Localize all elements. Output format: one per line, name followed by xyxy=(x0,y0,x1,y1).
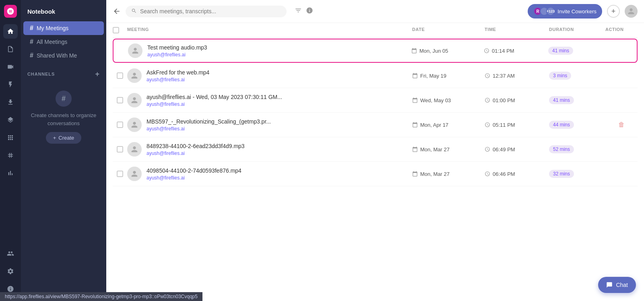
row-info: 4098504-44100-2-74d0593fe876.mp4 ayush@f… xyxy=(127,167,412,181)
meeting-title: AskFred for the web.mp4 xyxy=(147,69,209,76)
nav-upload-btn[interactable] xyxy=(3,95,18,109)
table-rows-container: Test meeting audio.mp3 ayush@fireflies.a… xyxy=(113,39,638,186)
meeting-email: ayush@fireflies.ai xyxy=(147,150,245,156)
row-action: 🗑 xyxy=(605,121,638,128)
row-info: AskFred for the web.mp4 ayush@fireflies.… xyxy=(127,68,412,83)
row-info: MBS597_-_Revolutionizing_Scaling_(getmp3… xyxy=(127,118,412,132)
row-select-checkbox[interactable] xyxy=(117,97,123,103)
select-all-checkbox[interactable] xyxy=(113,27,119,33)
chat-button[interactable]: Chat xyxy=(598,277,636,293)
row-checkbox xyxy=(113,146,127,153)
sidebar-item-label: My Meetings xyxy=(37,25,68,31)
sidebar-item-label: All Meetings xyxy=(37,39,67,45)
table-row[interactable]: Test meeting audio.mp3 ayush@fireflies.a… xyxy=(113,39,638,63)
nav-chart-btn[interactable] xyxy=(3,166,18,180)
meeting-avatar xyxy=(127,93,142,107)
table-row[interactable]: AskFred for the web.mp4 ayush@fireflies.… xyxy=(113,64,638,88)
meeting-title: MBS597_-_Revolutionizing_Scaling_(getmp3… xyxy=(147,118,271,125)
meeting-avatar xyxy=(127,167,142,181)
avatar-stack: R +123 xyxy=(533,7,555,16)
header-meeting: MEETING xyxy=(127,27,412,33)
calendar-icon xyxy=(412,73,418,78)
nav-layers-btn[interactable] xyxy=(3,113,18,127)
duration-badge: 44 mins xyxy=(549,121,574,129)
row-select-checkbox[interactable] xyxy=(117,171,123,177)
channels-empty-icon: # xyxy=(56,91,72,107)
table-row[interactable]: MBS597_-_Revolutionizing_Scaling_(getmp3… xyxy=(113,113,638,137)
row-date: Fri, May 19 xyxy=(412,73,485,79)
search-box xyxy=(126,6,287,17)
invite-coworkers-button[interactable]: R +123 Invite Coworkers xyxy=(528,4,602,19)
nav-settings-btn[interactable] xyxy=(3,264,18,278)
table-row[interactable]: ayush@fireflies.ai - Wed, 03 May 2023 07… xyxy=(113,88,638,113)
meeting-title: ayush@fireflies.ai - Wed, 03 May 2023 07… xyxy=(147,94,282,100)
table-row[interactable]: 8489238-44100-2-6ead23dd3f4d9.mp3 ayush@… xyxy=(113,137,638,162)
nav-hash-btn[interactable] xyxy=(3,148,18,163)
row-duration: 44 mins xyxy=(549,121,605,129)
channels-header: CHANNELS + xyxy=(21,66,106,81)
duration-badge: 32 mins xyxy=(549,170,574,178)
topbar-filter-icons xyxy=(295,7,313,16)
row-date: Wed, May 03 xyxy=(412,97,485,103)
avatar-count: +123 xyxy=(546,7,555,16)
nav-home-btn[interactable] xyxy=(3,24,18,39)
nav-video-btn[interactable] xyxy=(3,60,18,74)
sidebar-item-shared-with-me[interactable]: # Shared With Me xyxy=(23,49,104,62)
nav-people-btn[interactable] xyxy=(3,246,18,261)
row-time: 01:00 PM xyxy=(485,97,549,103)
meeting-avatar xyxy=(127,142,142,157)
user-avatar[interactable] xyxy=(625,5,638,18)
meeting-email: ayush@fireflies.ai xyxy=(147,101,282,107)
delete-button[interactable]: 🗑 xyxy=(618,121,625,128)
filter-icon[interactable] xyxy=(295,7,302,16)
header-date: DATE xyxy=(412,27,485,33)
meeting-email: ayush@fireflies.ai xyxy=(147,77,209,82)
duration-badge: 3 mins xyxy=(549,72,571,80)
nav-docs-btn[interactable] xyxy=(3,42,18,56)
sidebar-item-all-meetings[interactable]: # All Meetings xyxy=(23,35,104,49)
clock-icon xyxy=(485,73,490,78)
channels-label: CHANNELS xyxy=(27,72,55,76)
row-time: 12:37 AM xyxy=(485,73,549,79)
back-button[interactable] xyxy=(113,7,121,15)
row-select-checkbox[interactable] xyxy=(117,72,123,79)
channels-empty-state: # Create channels to organize conversati… xyxy=(21,81,106,153)
sidebar-title: Notebook xyxy=(21,5,106,21)
hash-icon: # xyxy=(30,38,33,45)
invite-label: Invite Coworkers xyxy=(557,8,597,14)
sidebar-item-label: Shared With Me xyxy=(37,52,77,59)
row-date: Mon, Jun 05 xyxy=(411,48,484,54)
header-duration: DURATION xyxy=(549,27,605,33)
duration-badge: 41 mins xyxy=(548,47,573,55)
clock-icon xyxy=(485,171,490,177)
row-time: 06:46 PM xyxy=(485,171,549,177)
create-plus-icon: + xyxy=(53,135,56,141)
add-button[interactable]: + xyxy=(607,5,620,18)
row-time: 01:14 PM xyxy=(484,48,548,54)
row-date: Mon, Mar 27 xyxy=(412,146,485,153)
channels-add-button[interactable]: + xyxy=(95,70,100,78)
create-channel-button[interactable]: + Create xyxy=(46,132,82,144)
row-duration: 41 mins xyxy=(549,96,605,104)
table-row[interactable]: 4098504-44100-2-74d0593fe876.mp4 ayush@f… xyxy=(113,162,638,186)
row-date: Mon, Apr 17 xyxy=(412,122,485,128)
row-select-checkbox[interactable] xyxy=(117,122,123,128)
search-input[interactable] xyxy=(140,8,281,14)
calendar-icon xyxy=(412,171,418,177)
app-logo[interactable] xyxy=(4,5,17,18)
meeting-email: ayush@fireflies.ai xyxy=(147,52,207,58)
info-icon[interactable] xyxy=(306,7,313,16)
meeting-title: 4098504-44100-2-74d0593fe876.mp4 xyxy=(147,167,242,174)
row-duration: 32 mins xyxy=(549,170,605,178)
chat-label: Chat xyxy=(616,282,628,288)
duration-badge: 52 mins xyxy=(549,145,574,153)
nav-lightning-btn[interactable] xyxy=(3,77,18,92)
row-duration: 41 mins xyxy=(548,47,605,55)
sidebar: Notebook # My Meetings # All Meetings # … xyxy=(21,0,106,301)
calendar-icon xyxy=(412,97,418,103)
nav-apps-btn[interactable] xyxy=(3,130,18,145)
row-info: ayush@fireflies.ai - Wed, 03 May 2023 07… xyxy=(127,93,412,107)
row-select-checkbox[interactable] xyxy=(117,146,123,153)
sidebar-item-my-meetings[interactable]: # My Meetings xyxy=(23,21,104,35)
row-checkbox xyxy=(113,97,127,103)
